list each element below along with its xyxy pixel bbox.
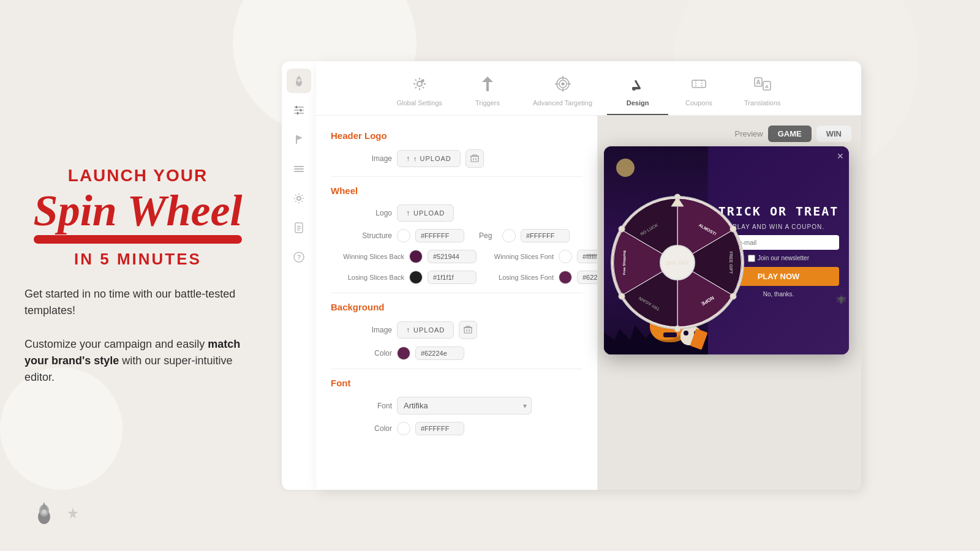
sidebar-item-help[interactable]: ? [287,245,311,269]
svg-rect-23 [297,228,301,229]
losing-slices-font-label: Losing Slices Font [486,274,554,281]
wheel-section-title: Wheel [331,186,582,196]
left-panel: LAUNCH YOUR Spin Wheel IN 5 MINUTES Get … [0,0,276,551]
upload-icon-2: ↑ [406,209,410,217]
translations-icon: A A [754,76,771,96]
nav-item-coupons[interactable]: Coupons [668,71,729,115]
header-logo-section-title: Header Logo [331,130,582,141]
sidebar-item-doc[interactable] [287,216,311,240]
popup-no-thanks[interactable]: No, thanks. [763,291,794,298]
wheel-container: ALMOST! FREE GIFT NOPE TRY AGAIN Free Sh… [610,140,745,351]
document-icon [293,222,305,234]
background-color-row: Color [331,347,582,360]
background-color-label: Color [331,349,392,358]
five-minutes: IN 5 MINUTES [74,250,202,269]
svg-point-32 [561,83,564,86]
popup-close-button[interactable]: ✕ [837,151,844,161]
background-color-swatch[interactable] [397,347,410,360]
header-logo-upload-button[interactable]: ↑ ↑ UPLOAD [397,150,461,167]
losing-slices-back-swatch[interactable] [409,271,423,284]
spin-wheel-title: Spin Wheel [34,188,243,233]
losing-slices-font-input[interactable] [577,271,598,284]
nav-item-advanced-targeting[interactable]: Advanced Targeting [518,71,607,115]
peg-color-swatch[interactable] [502,229,516,242]
separator-1 [331,176,582,177]
nav-item-design[interactable]: Design [607,71,668,115]
svg-rect-15 [296,135,297,144]
wheel-logo-upload-button[interactable]: ↑ UPLOAD [397,204,454,222]
svg-rect-54 [464,328,472,333]
nav-label-coupons: Coupons [685,99,712,107]
sidebar: ? [282,61,316,490]
peg-label: Peg [479,231,497,240]
svg-text:Free Shipping: Free Shipping [622,250,626,275]
font-color-row: Color [331,422,582,435]
background-color-input[interactable] [415,347,464,360]
font-select[interactable]: Artifika Arial Georgia [397,397,532,414]
svg-point-28 [421,80,424,83]
global-settings-icon [412,76,428,96]
winning-slices-back-label: Winning Slices Back [331,253,404,260]
font-color-swatch[interactable] [397,422,410,435]
list-icon [293,163,305,175]
svg-text:A: A [765,84,769,89]
winning-slices-font-label: Winning Slices Font [486,253,554,260]
losing-slices-row: Losing Slices Back Losing Slices Font [331,271,582,284]
svg-point-12 [295,106,298,109]
upload-icon-3: ↑ [406,326,410,334]
winning-slices-back-input[interactable] [428,250,477,263]
font-color-label: Color [331,424,392,433]
structure-peg-row: Structure Peg [331,229,582,242]
nav-item-translations[interactable]: A A Translations [729,71,796,115]
nav-label-translations: Translations [744,99,781,107]
structure-color-input[interactable] [415,229,464,242]
popup-subtitle: PLAY AND WIN A COUPON. [733,223,824,230]
svg-rect-40 [692,80,706,88]
winning-slices-font-swatch[interactable] [559,250,572,263]
trash-icon-1 [470,154,479,163]
svg-rect-19 [294,171,304,172]
preview-panel: Preview GAME WIN [598,116,861,490]
svg-point-13 [300,109,303,112]
separator-2 [331,293,582,293]
winning-slices-row: Winning Slices Back Winning Slices Font [331,250,582,263]
sidebar-item-flag[interactable] [287,127,311,152]
svg-point-27 [417,81,422,86]
background-section-title: Background [331,302,582,312]
main-editor: Global Settings Triggers [316,61,861,490]
svg-point-3 [42,509,47,514]
spin-wheel-underline [34,235,242,244]
sidebar-item-list[interactable] [287,157,311,181]
background-image-row: Image ↑ UPLOAD [331,321,582,339]
flag-icon [293,133,305,146]
sidebar-item-rocket[interactable] [287,69,311,93]
newsletter-checkbox[interactable] [748,255,755,262]
design-icon [631,76,644,96]
nav-label-advanced-targeting: Advanced Targeting [533,99,592,107]
background-upload-button[interactable]: ↑ UPLOAD [397,321,454,339]
header-logo-image-row: Image ↑ ↑ UPLOAD [331,149,582,168]
svg-point-75 [619,293,625,299]
nav-label-global-settings: Global Settings [396,99,442,107]
losing-slices-back-input[interactable] [428,271,477,284]
winning-slices-back-swatch[interactable] [409,250,423,263]
font-row: Font Artifika Arial Georgia [331,397,582,414]
sidebar-item-gear[interactable] [287,186,311,211]
winning-slices-font-input[interactable] [577,250,598,263]
svg-rect-18 [294,168,304,170]
background-delete-button[interactable] [459,321,477,339]
svg-point-39 [632,87,636,91]
svg-marker-4 [67,508,78,519]
svg-rect-22 [297,226,301,227]
sidebar-item-sliders[interactable] [287,98,311,122]
rocket-sidebar-icon [292,74,306,88]
description-1: Get started in no time with our battle-t… [24,286,251,319]
peg-color-input[interactable] [521,229,570,242]
structure-color-swatch[interactable] [397,229,410,242]
font-color-input[interactable] [415,422,464,435]
upload-icon-1: ↑ [406,154,410,163]
nav-item-global-settings[interactable]: Global Settings [382,71,457,115]
header-logo-delete-button[interactable] [466,149,484,168]
nav-item-triggers[interactable]: Triggers [457,71,518,115]
losing-slices-font-swatch[interactable] [559,271,572,284]
